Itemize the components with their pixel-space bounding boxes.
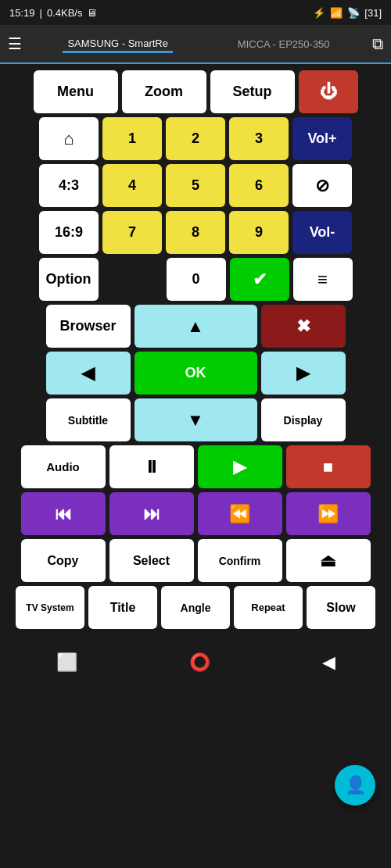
menu-button[interactable]: Menu — [34, 70, 118, 113]
arrow-right-icon: ▶ — [296, 363, 310, 384]
skip-back-button[interactable]: ⏮ — [21, 492, 106, 535]
eject-icon: ⏏ — [320, 551, 336, 571]
fast-forward-button[interactable]: ⏩ — [286, 492, 371, 535]
zoom-button[interactable]: Zoom — [122, 70, 206, 113]
stop-button[interactable]: ■ — [286, 445, 371, 488]
play-icon: ▶ — [233, 457, 246, 477]
num-6-button[interactable]: 6 — [229, 164, 289, 207]
setup-button[interactable]: Setup — [210, 70, 295, 113]
ratio-169-button[interactable]: 16:9 — [39, 211, 99, 254]
wifi-icon: 📡 — [347, 7, 360, 19]
bottom-square-icon[interactable]: ⬜ — [56, 652, 77, 673]
row-2: ⌂ 1 2 3 Vol+ — [5, 117, 386, 160]
close-circle-icon: ✖ — [296, 316, 310, 337]
arrow-left-icon: ◀ — [81, 363, 95, 384]
ok-button[interactable]: OK — [135, 352, 257, 395]
stop-icon: ■ — [323, 457, 333, 477]
close-button[interactable]: ✖ — [261, 305, 346, 348]
signal-icon: 📶 — [330, 7, 343, 19]
skip-forward-icon: ⏭ — [143, 504, 160, 524]
row-8: Subtitle ▼ Display — [5, 398, 386, 441]
repeat-button[interactable]: Repeat — [234, 586, 303, 629]
arrow-down-icon: ▼ — [187, 410, 204, 430]
title-button[interactable]: Title — [88, 586, 157, 629]
audio-button[interactable]: Audio — [21, 445, 106, 488]
eject-button[interactable]: ⏏ — [286, 539, 371, 582]
row-12: TV System Title Angle Repeat Slow — [5, 586, 386, 629]
subtitle-button[interactable]: Subtitle — [46, 398, 131, 441]
row-1: Menu Zoom Setup ⏻ — [5, 70, 386, 113]
fab-button[interactable]: 👤 — [335, 765, 375, 805]
bottom-circle-icon[interactable]: ⭕ — [189, 652, 210, 673]
select-button[interactable]: Select — [109, 539, 194, 582]
data-speed-value: 0.4KB/s — [47, 7, 83, 19]
row-11: Copy Select Confirm ⏏ — [5, 539, 386, 582]
num-1-button[interactable]: 1 — [102, 117, 162, 160]
num-7-button[interactable]: 7 — [102, 211, 162, 254]
battery: [31] — [364, 7, 382, 19]
num-3-button[interactable]: 3 — [229, 117, 289, 160]
row-4: 16:9 7 8 9 Vol- — [5, 211, 386, 254]
person-icon: 👤 — [345, 775, 366, 795]
tab-micca[interactable]: MICCA - EP250-350 — [233, 35, 335, 53]
copy-button[interactable]: Copy — [21, 539, 106, 582]
slow-button[interactable]: Slow — [307, 586, 375, 629]
menu-lines-icon: ≡ — [317, 270, 328, 290]
menu-lines-button[interactable]: ≡ — [293, 258, 353, 301]
display-button[interactable]: Display — [261, 398, 346, 441]
bottom-bar: ⬜ ⭕ ◀ — [0, 639, 391, 686]
check-button[interactable]: ✔ — [230, 258, 289, 301]
num-0-button[interactable]: 0 — [167, 258, 226, 301]
arrow-down-button[interactable]: ▼ — [135, 398, 257, 441]
row-10: ⏮ ⏭ ⏪ ⏩ — [5, 492, 386, 535]
num-9-button[interactable]: 9 — [229, 211, 289, 254]
ban-icon: ⊘ — [315, 176, 329, 196]
bottom-back-icon[interactable]: ◀ — [322, 652, 335, 673]
time: 15:19 — [9, 7, 35, 19]
skip-back-icon: ⏮ — [55, 504, 72, 524]
pause-button[interactable]: ⏸ — [109, 445, 194, 488]
num-8-button[interactable]: 8 — [166, 211, 225, 254]
play-button[interactable]: ▶ — [198, 445, 282, 488]
arrow-right-button[interactable]: ▶ — [261, 352, 346, 395]
tab-samsung[interactable]: SAMSUNG - SmartRe — [63, 34, 173, 53]
vol-minus-button[interactable]: Vol- — [292, 211, 352, 254]
nav-tabs: SAMSUNG - SmartRe MICCA - EP250-350 — [33, 34, 364, 53]
row-3: 4:3 4 5 6 ⊘ — [5, 164, 386, 207]
power-button[interactable]: ⏻ — [299, 70, 358, 113]
screen-icon: 🖥 — [87, 7, 97, 19]
row-5: Option 0 ✔ ≡ — [5, 258, 386, 301]
angle-button[interactable]: Angle — [161, 586, 230, 629]
rewind-icon: ⏪ — [229, 504, 250, 524]
num-5-button[interactable]: 5 — [166, 164, 225, 207]
check-icon: ✔ — [253, 270, 267, 290]
remote-body: Menu Zoom Setup ⏻ ⌂ 1 2 3 Vol+ 4:3 4 5 6… — [0, 64, 391, 639]
row-7: ◀ OK ▶ — [5, 352, 386, 395]
tv-system-button[interactable]: TV System — [16, 586, 84, 629]
ratio-43-button[interactable]: 4:3 — [39, 164, 99, 207]
confirm-button[interactable]: Confirm — [198, 539, 282, 582]
rewind-button[interactable]: ⏪ — [198, 492, 282, 535]
ban-button[interactable]: ⊘ — [292, 164, 352, 207]
num-4-button[interactable]: 4 — [102, 164, 162, 207]
bluetooth-icon: ⚡ — [313, 7, 325, 19]
fast-forward-icon: ⏩ — [317, 504, 339, 524]
nav-bar: ☰ SAMSUNG - SmartRe MICCA - EP250-350 ⧉ — [0, 25, 391, 64]
arrow-up-button[interactable]: ▲ — [135, 305, 257, 348]
row-9: Audio ⏸ ▶ ■ — [5, 445, 386, 488]
data-speed: | — [40, 7, 42, 19]
arrow-left-button[interactable]: ◀ — [46, 352, 131, 395]
power-icon: ⏻ — [320, 82, 337, 102]
hamburger-icon[interactable]: ☰ — [8, 34, 22, 53]
copy-nav-icon[interactable]: ⧉ — [372, 35, 383, 53]
pause-icon: ⏸ — [143, 457, 160, 477]
vol-plus-button[interactable]: Vol+ — [292, 117, 352, 160]
num-2-button[interactable]: 2 — [166, 117, 225, 160]
browser-button[interactable]: Browser — [46, 305, 131, 348]
home-icon: ⌂ — [63, 129, 74, 149]
arrow-up-icon: ▲ — [187, 316, 204, 337]
skip-forward-button[interactable]: ⏭ — [109, 492, 194, 535]
home-button[interactable]: ⌂ — [39, 117, 99, 160]
option-button[interactable]: Option — [39, 258, 99, 301]
row-6: Browser ▲ ✖ — [5, 305, 386, 348]
